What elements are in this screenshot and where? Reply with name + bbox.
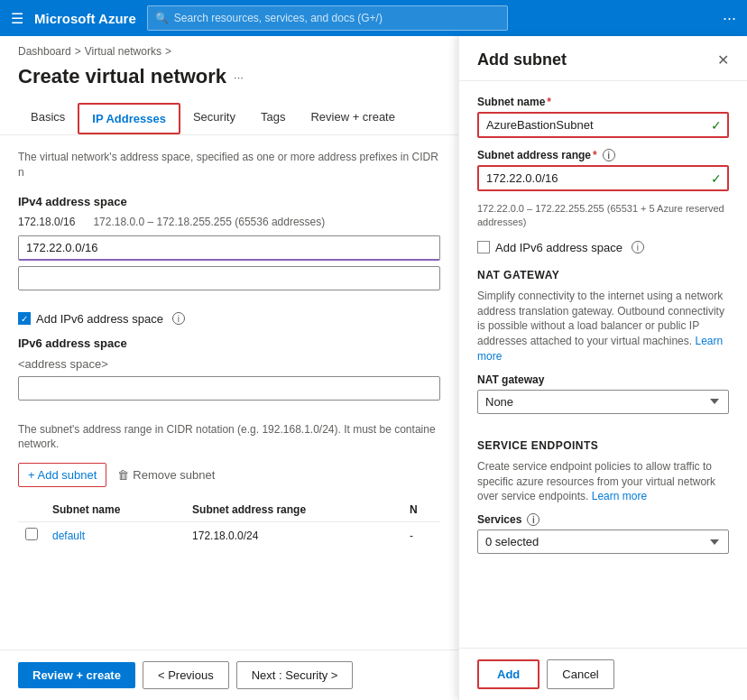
- breadcrumb: Dashboard > Virtual networks >: [0, 36, 458, 61]
- required-marker: *: [547, 96, 551, 108]
- panel-footer: Add Cancel: [459, 648, 747, 700]
- panel-title: Add subnet: [477, 51, 567, 69]
- search-placeholder: Search resources, services, and docs (G+…: [174, 12, 383, 24]
- services-label: Services i: [477, 513, 729, 526]
- hamburger-icon[interactable]: ☰: [11, 10, 23, 27]
- subnet-table: Subnet name Subnet address range N defau…: [18, 498, 440, 548]
- tab-basics[interactable]: Basics: [18, 103, 78, 134]
- nat-gateway-select[interactable]: None: [477, 390, 729, 414]
- add-subnet-button[interactable]: + Add subnet: [18, 463, 106, 487]
- nat-gateway-title: NAT GATEWAY: [477, 269, 729, 281]
- subnet-range-cell: 172.18.0.0/24: [185, 522, 402, 549]
- add-subnet-panel: Add subnet ✕ Subnet name * ✓ Subnet addr…: [458, 36, 747, 700]
- content-area: The virtual network's address space, spe…: [0, 135, 458, 649]
- add-button[interactable]: Add: [477, 659, 540, 689]
- page-title: Create virtual network: [18, 65, 226, 88]
- ipv4-input-2[interactable]: [18, 266, 440, 290]
- subnet-description: The subnet's address range in CIDR notat…: [18, 422, 440, 453]
- left-panel: Dashboard > Virtual networks > Create vi…: [0, 36, 458, 700]
- nat-learn-more-link[interactable]: Learn more: [477, 335, 723, 363]
- ipv4-section-label: IPv4 address space: [18, 195, 440, 208]
- search-icon: 🔍: [155, 12, 169, 24]
- previous-button[interactable]: < Previous: [143, 661, 229, 689]
- breadcrumb-sep2: >: [165, 45, 171, 58]
- search-bar[interactable]: 🔍 Search resources, services, and docs (…: [147, 5, 508, 31]
- table-row: default 172.18.0.0/24 -: [18, 522, 440, 549]
- ipv4-input[interactable]: [18, 235, 440, 261]
- breadcrumb-dashboard[interactable]: Dashboard: [18, 45, 71, 58]
- service-endpoints-title: SERVICE ENDPOINTS: [477, 439, 729, 452]
- main-layout: Dashboard > Virtual networks > Create vi…: [0, 36, 747, 700]
- panel-ipv6-label: Add IPv6 address space: [495, 241, 622, 254]
- subnet-name-cell[interactable]: default: [45, 522, 185, 549]
- nav-more-icon[interactable]: ···: [723, 9, 736, 28]
- subnet-address-input[interactable]: [477, 165, 729, 191]
- panel-header: Add subnet ✕: [459, 36, 747, 81]
- ipv6-section-label: IPv6 address space: [18, 336, 440, 350]
- subnet-name-field: ✓: [477, 112, 729, 138]
- app-title: Microsoft Azure: [34, 11, 136, 26]
- address-main: 172.18.0/16: [18, 216, 75, 228]
- breadcrumb-virtual-networks[interactable]: Virtual networks: [85, 45, 161, 58]
- content-description: The virtual network's address space, spe…: [18, 150, 440, 180]
- services-select[interactable]: 0 selected: [477, 530, 729, 554]
- page-title-more-icon[interactable]: ···: [234, 70, 244, 84]
- next-button[interactable]: Next : Security >: [236, 661, 354, 689]
- ipv6-info-icon[interactable]: i: [172, 312, 185, 325]
- panel-ipv6-checkbox-row[interactable]: Add IPv6 address space i: [477, 241, 729, 254]
- service-description: Create service endpoint policies to allo…: [477, 459, 729, 504]
- tabs: Basics IP Addresses Security Tags Review…: [0, 103, 458, 135]
- subnet-address-field: ✓: [477, 165, 729, 191]
- ipv6-section: IPv6 address space <address space>: [18, 336, 440, 411]
- ipv6-checkbox-row[interactable]: ✓ Add IPv6 address space i: [18, 312, 440, 326]
- tab-review-create[interactable]: Review + create: [298, 103, 408, 134]
- col-subnet-name: Subnet name: [45, 498, 185, 522]
- review-create-button[interactable]: Review + create: [18, 662, 135, 688]
- ipv6-checkbox[interactable]: ✓: [18, 312, 31, 325]
- ipv6-checkbox-label: Add IPv6 address space: [36, 312, 163, 326]
- row-checkbox[interactable]: [25, 528, 38, 540]
- subnet-name-label: Subnet name *: [477, 96, 729, 108]
- address-row: 172.18.0/16 172.18.0.0 – 172.18.255.255 …: [18, 216, 440, 228]
- address-space-placeholder: <address space>: [18, 357, 440, 371]
- required-marker-2: *: [593, 149, 597, 161]
- breadcrumb-sep1: >: [75, 45, 81, 58]
- subnet-n-cell: -: [402, 522, 440, 549]
- check-icon: ✓: [711, 118, 722, 133]
- check-icon-2: ✓: [711, 171, 722, 186]
- trash-icon: 🗑: [117, 468, 129, 482]
- panel-ipv6-info-icon[interactable]: i: [632, 241, 644, 253]
- tab-ip-addresses[interactable]: IP Addresses: [78, 103, 180, 134]
- services-info-icon[interactable]: i: [527, 513, 540, 526]
- nat-gateway-label: NAT gateway: [477, 373, 729, 386]
- nav-bar: ☰ Microsoft Azure 🔍 Search resources, se…: [0, 0, 747, 36]
- remove-subnet-button[interactable]: 🗑 Remove subnet: [117, 468, 215, 482]
- ipv6-input[interactable]: [18, 376, 440, 401]
- tab-security[interactable]: Security: [180, 103, 248, 134]
- subnet-name-input[interactable]: [477, 112, 729, 138]
- subnet-address-label: Subnet address range * i: [477, 149, 729, 161]
- address-info-icon[interactable]: i: [603, 149, 615, 161]
- address-hint: 172.22.0.0 – 172.22.255.255 (65531 + 5 A…: [477, 202, 729, 230]
- nat-description: Simplify connectivity to the internet us…: [477, 289, 729, 364]
- footer: Review + create < Previous Next : Securi…: [0, 649, 458, 700]
- panel-ipv6-checkbox[interactable]: [477, 241, 490, 253]
- nat-gateway-section: NAT GATEWAY Simplify connectivity to the…: [477, 269, 729, 425]
- col-n: N: [402, 498, 440, 522]
- col-subnet-range: Subnet address range: [185, 498, 402, 522]
- address-range: 172.18.0.0 – 172.18.255.255 (65536 addre…: [93, 216, 325, 228]
- close-panel-button[interactable]: ✕: [717, 51, 729, 69]
- service-learn-more-link[interactable]: Learn more: [592, 490, 647, 502]
- service-endpoints-section: SERVICE ENDPOINTS Create service endpoin…: [477, 439, 729, 565]
- panel-content: Subnet name * ✓ Subnet address range * i…: [459, 81, 747, 648]
- page-title-row: Create virtual network ···: [0, 61, 458, 103]
- cancel-button[interactable]: Cancel: [547, 659, 613, 689]
- tab-tags[interactable]: Tags: [248, 103, 298, 134]
